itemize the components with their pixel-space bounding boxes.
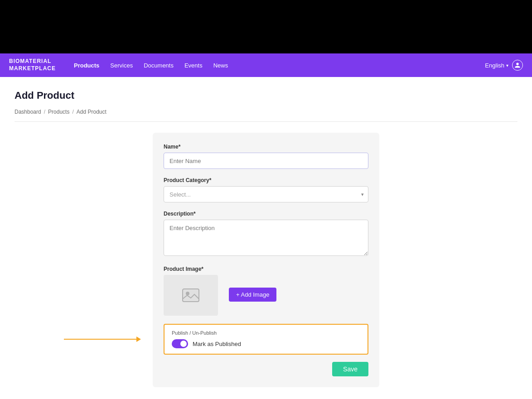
description-textarea[interactable] [164,220,368,256]
svg-point-1 [186,292,189,295]
image-label: Product Image* [164,266,368,272]
arrow-head [136,337,141,342]
nav-links: Products Services Documents Events News [74,62,228,69]
logo-line1: BIOMATERIAL [9,58,56,65]
category-label: Product Category* [164,177,368,183]
screen-wrapper: BIOMATERIAL MARKETPLACE Products Service… [0,0,532,399]
toggle-thumb [180,341,187,347]
description-form-group: Description* [164,211,368,258]
nav-documents[interactable]: Documents [144,62,174,69]
name-input[interactable] [164,153,368,169]
save-button[interactable]: Save [332,362,368,376]
nav-products[interactable]: Products [74,62,99,69]
save-btn-wrapper: Save [164,362,368,376]
image-section: + Add Image [164,275,368,316]
publish-section-wrapper: Publish / Un-Publish Mark as Published [164,324,368,355]
nav-events[interactable]: Events [184,62,203,69]
top-black-bar [0,0,532,53]
breadcrumb-products[interactable]: Products [48,109,69,115]
category-form-group: Product Category* Select... ▾ [164,177,368,202]
breadcrumb-sep1: / [44,109,45,115]
user-icon[interactable] [512,60,523,71]
category-select[interactable]: Select... [164,186,368,202]
logo: BIOMATERIAL MARKETPLACE [9,58,56,72]
publish-toggle[interactable] [172,339,188,348]
main-content: Add Product Dashboard / Products / Add P… [0,77,532,399]
logo-line2: MARKETPLACE [9,65,56,72]
svg-rect-0 [183,289,199,302]
breadcrumb: Dashboard / Products / Add Product [15,109,517,122]
publish-label: Publish / Un-Publish [172,330,360,336]
image-placeholder-icon [182,287,200,303]
arrow-annotation [64,337,141,342]
user-svg [514,62,521,68]
page-title: Add Product [15,90,517,101]
image-form-group: Product Image* + Add Image [164,266,368,316]
publish-toggle-row: Mark as Published [172,339,360,348]
image-preview [164,275,218,316]
navbar: BIOMATERIAL MARKETPLACE Products Service… [0,53,532,77]
arrow-line [64,339,136,340]
name-form-group: Name* [164,144,368,169]
language-chevron-icon: ▾ [506,63,508,68]
form-card: Name* Product Category* Select... ▾ Desc… [153,133,379,387]
navbar-left: BIOMATERIAL MARKETPLACE Products Service… [9,58,228,72]
toggle-label: Mark as Published [193,341,241,347]
breadcrumb-current: Add Product [77,109,106,115]
navbar-right: English ▾ [485,60,523,71]
breadcrumb-dashboard[interactable]: Dashboard [15,109,41,115]
category-select-wrapper: Select... ▾ [164,186,368,202]
language-selector[interactable]: English ▾ [485,62,508,69]
description-label: Description* [164,211,368,217]
add-image-button[interactable]: + Add Image [229,288,276,302]
publish-section: Publish / Un-Publish Mark as Published [164,324,368,355]
nav-services[interactable]: Services [110,62,133,69]
nav-news[interactable]: News [213,62,228,69]
name-label: Name* [164,144,368,150]
language-label: English [485,62,504,69]
breadcrumb-sep2: / [72,109,73,115]
